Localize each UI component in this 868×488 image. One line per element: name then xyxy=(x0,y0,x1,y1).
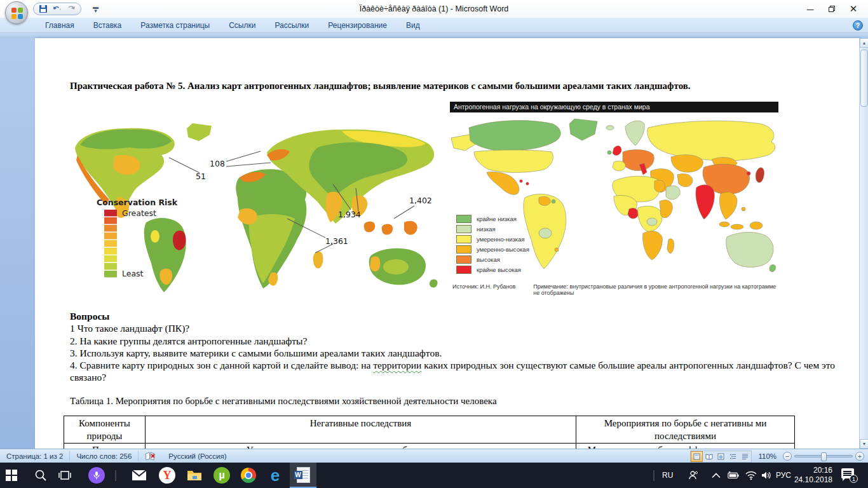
tab-home[interactable]: Главная xyxy=(36,18,84,33)
taskbar-separator xyxy=(115,470,116,481)
south-america xyxy=(144,218,186,292)
table-row: Почва Ухудшение почв: эрозия, засоление,… xyxy=(64,444,795,449)
cell-degradation[interactable]: Ухудшение почв: эрозия, засоление, забол… xyxy=(146,444,576,449)
draft-view-icon[interactable] xyxy=(739,451,751,462)
tray-separator xyxy=(653,470,654,481)
chrome-icon[interactable] xyxy=(240,467,257,484)
cell-melioration[interactable]: Мелиорация: наиболее эффективным средств… xyxy=(576,444,795,449)
legend-swatch xyxy=(456,225,471,233)
map-note: Примечание: внутристрановые различия в у… xyxy=(533,283,778,296)
proofing-error-icon[interactable] xyxy=(139,449,162,463)
tray-language-ru[interactable]: RU xyxy=(662,471,673,480)
cell-text: Почва xyxy=(67,444,142,449)
question-3: 3. Используя карту, выявите материки с с… xyxy=(70,347,859,359)
office-button[interactable] xyxy=(5,1,28,24)
vertical-scrollbar[interactable]: ▲ ▼ xyxy=(859,38,868,449)
save-icon[interactable] xyxy=(39,4,48,13)
zoom-in-icon[interactable]: + xyxy=(855,452,864,461)
scroll-up-icon[interactable]: ▲ xyxy=(860,38,868,48)
undo-icon[interactable] xyxy=(53,4,62,13)
tab-insert[interactable]: Вставка xyxy=(84,18,132,33)
yandex-browser-icon[interactable]: Y xyxy=(159,467,175,484)
status-bar: Страница: 1 из 2 Число слов: 256 Русский… xyxy=(0,449,868,463)
callout-108: 108 xyxy=(210,159,225,168)
right-map-footer: Источник: И.Н. Рубанов Примечание: внутр… xyxy=(450,283,778,296)
cortana-mic-icon[interactable] xyxy=(88,467,105,484)
rm-north-america xyxy=(451,119,597,194)
map-source: Источник: И.Н. Рубанов xyxy=(452,283,533,296)
scroll-down-icon[interactable]: ▼ xyxy=(860,439,868,449)
header-cell-consequences[interactable]: Негативные последствия xyxy=(146,416,576,444)
zoom-out-icon[interactable]: − xyxy=(783,452,792,461)
legend-swatch-4 xyxy=(104,233,117,240)
start-button[interactable] xyxy=(3,467,20,484)
restore-button[interactable] xyxy=(821,0,843,18)
close-button[interactable]: ✕ xyxy=(843,0,864,18)
cell-soil[interactable]: Почва xyxy=(64,444,146,449)
tab-page-layout[interactable]: Разметка страницы xyxy=(131,18,219,33)
zoom-level[interactable]: 110% xyxy=(754,449,780,463)
tab-review[interactable]: Рецензирование xyxy=(318,18,397,33)
anthropogenic-load-map[interactable]: Антропогенная нагрузка на окружающую сре… xyxy=(450,102,778,296)
legend-label: умеренно-низкая xyxy=(477,236,525,243)
utorrent-icon[interactable]: µ xyxy=(214,467,230,484)
scrollbar-thumb[interactable] xyxy=(860,50,868,107)
tray-clock[interactable]: 20:16 24.10.2018 xyxy=(787,466,832,485)
word-taskbar-button[interactable]: W xyxy=(290,463,316,488)
page-indicator[interactable]: Страница: 1 из 2 xyxy=(0,449,69,463)
fullscreen-reading-view-icon[interactable] xyxy=(703,451,715,462)
right-map-legend: крайне низкая низкая умеренно-низкая уме… xyxy=(456,215,529,276)
zoom-slider-thumb[interactable] xyxy=(821,452,827,461)
customize-qat-icon[interactable]: ▬▾ xyxy=(93,5,98,13)
notifications-icon[interactable]: 1 xyxy=(841,468,855,481)
chevron-up-icon[interactable] xyxy=(710,470,722,481)
legend-swatch xyxy=(456,215,471,223)
battery-icon[interactable] xyxy=(728,470,739,481)
conservation-risk-map[interactable]: 108 51 1,934 1,402 1,361 Conservation Ri… xyxy=(69,122,445,297)
questions-block[interactable]: Вопросы 1 Что такое ландшафт (ПК)? 2. На… xyxy=(70,310,859,384)
rm-south-america xyxy=(524,194,566,269)
outline-view-icon[interactable] xyxy=(727,451,739,462)
edge-icon[interactable]: e xyxy=(267,467,283,484)
word-count[interactable]: Число слов: 256 xyxy=(70,449,138,463)
web-layout-view-icon[interactable] xyxy=(715,451,727,462)
people-icon[interactable] xyxy=(688,470,699,481)
file-explorer-icon[interactable] xyxy=(186,467,203,484)
legend-title: Conservation Risk xyxy=(97,198,178,207)
tab-references[interactable]: Ссылки xyxy=(219,18,265,33)
legend-swatch xyxy=(456,235,471,243)
doc-heading[interactable]: Практическая работа № 5. Анализ карт ант… xyxy=(70,80,782,92)
legend-row: высокая xyxy=(456,255,529,264)
volume-icon[interactable] xyxy=(761,470,773,481)
redo-icon[interactable] xyxy=(67,4,76,13)
tray-date: 24.10.2018 xyxy=(787,475,832,485)
task-view-icon[interactable] xyxy=(57,467,73,484)
window-title: Ïðàêòè÷åñêàÿ ðàáîòà (1) - Microsoft Word xyxy=(0,0,868,18)
zoom-slider[interactable] xyxy=(794,455,853,458)
document-area: Практическая работа № 5. Анализ карт ант… xyxy=(0,38,868,449)
table-caption[interactable]: Таблица 1. Мероприятия по борьбе с негат… xyxy=(70,396,497,407)
questions-title: Вопросы xyxy=(70,310,859,322)
header-cell-measures[interactable]: Мероприятия по борьбе с негативны ми пос… xyxy=(576,416,795,444)
question-4-text: 4. Сравните карту природных зон с данной… xyxy=(70,360,373,370)
window-controls: ─ ✕ xyxy=(799,0,864,18)
right-map-title: Антропогенная нагрузка на окружающую сре… xyxy=(450,102,778,112)
rm-oceania xyxy=(726,233,776,272)
print-layout-view-icon[interactable] xyxy=(691,451,703,462)
help-icon[interactable]: ? xyxy=(853,20,863,30)
header-cell-components[interactable]: Компоненты природы xyxy=(64,416,146,444)
document-page[interactable]: Практическая работа № 5. Анализ карт ант… xyxy=(35,38,859,449)
legend-label: умеренно-высокая xyxy=(477,246,529,253)
legend-swatch-7 xyxy=(104,255,117,262)
ribbon-tab-strip: Главная Вставка Разметка страницы Ссылки… xyxy=(0,18,868,33)
language-indicator[interactable]: Русский (Россия) xyxy=(162,449,233,463)
tab-view[interactable]: Вид xyxy=(397,18,430,33)
legend-row: крайне высокая xyxy=(456,266,529,274)
legend-swatch-3 xyxy=(104,225,117,232)
wifi-icon[interactable] xyxy=(745,470,757,481)
word-icon: W xyxy=(297,467,310,483)
tab-mailings[interactable]: Рассылки xyxy=(265,18,318,33)
search-icon[interactable] xyxy=(32,467,49,484)
mail-icon[interactable] xyxy=(131,467,147,484)
minimize-button[interactable]: ─ xyxy=(799,0,821,18)
